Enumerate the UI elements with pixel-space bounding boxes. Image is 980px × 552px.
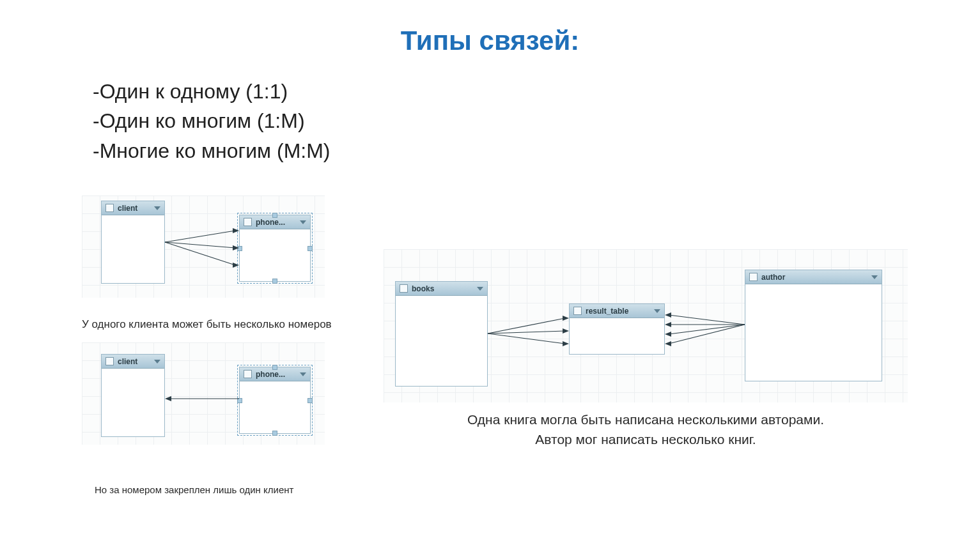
diagram-many-to-many-caption-1: Одна книга могла быть написана нескольки… [396,412,895,427]
diagram-one-to-one-caption: Но за номером закреплен лишь один клиент [95,484,293,495]
svg-line-0 [165,231,235,242]
svg-marker-1 [233,228,239,233]
many-to-many-connector [384,249,908,402]
one-to-one-connector [82,342,325,445]
svg-line-12 [488,334,565,344]
svg-line-4 [165,242,235,265]
slide: Типы связей: -Один к одному (1:1) -Один … [0,0,980,552]
svg-marker-17 [665,322,671,327]
bullet-1: -Один к одному (1:1) [93,77,330,106]
svg-marker-21 [665,341,671,346]
diagram-many-to-many-panel: books result_table author [384,249,908,402]
svg-marker-5 [233,263,239,268]
bullet-list: -Один к одному (1:1) -Один ко многим (1:… [93,77,330,165]
diagram-one-to-one-panel: client phone... [82,342,325,445]
svg-marker-13 [563,341,569,346]
diagram-one-to-many-caption: У одного клиента может быть несколько но… [82,318,338,331]
svg-marker-9 [563,316,569,321]
svg-line-18 [669,325,745,334]
diagram-one-to-many-panel: client phone... [82,195,325,298]
svg-line-20 [669,325,745,344]
bullet-3: -Многие ко многим (М:М) [93,136,330,165]
svg-line-2 [165,242,235,248]
bullet-2: -Один ко многим (1:М) [93,106,330,135]
one-to-many-connector [82,195,325,298]
svg-marker-3 [233,245,239,250]
svg-line-14 [669,315,745,325]
svg-marker-7 [165,396,171,401]
diagram-many-to-many-caption-2: Автор мог написать несколько книг. [396,432,895,447]
svg-marker-11 [563,328,569,334]
svg-marker-19 [665,332,671,337]
page-title: Типы связей: [0,26,980,56]
svg-marker-15 [665,312,671,318]
